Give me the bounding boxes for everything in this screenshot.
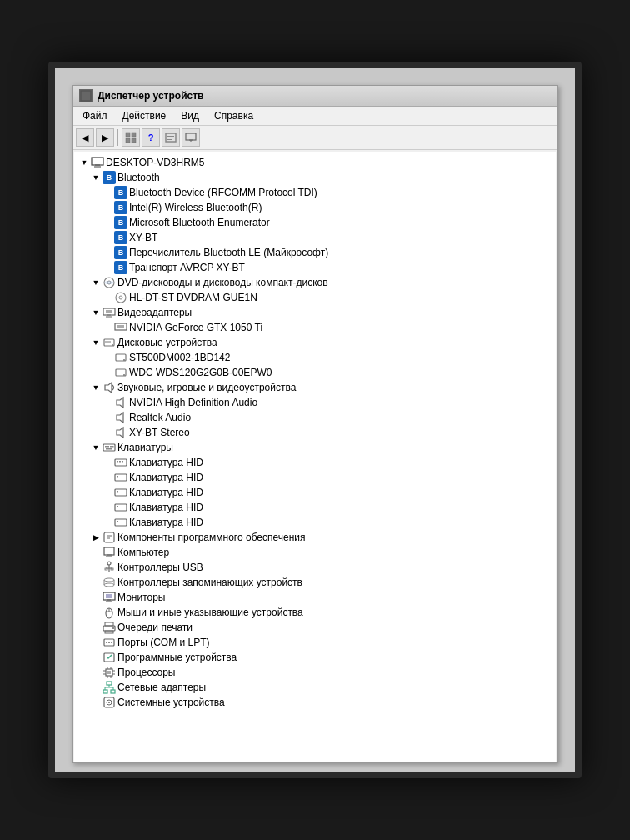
- audio-device-3[interactable]: XY-BT Stereo: [78, 425, 552, 440]
- svg-point-108: [108, 702, 110, 703]
- root-expand[interactable]: ▼: [79, 158, 89, 168]
- dvd-device-1[interactable]: HL-DT-ST DVDRAM GUE1N: [78, 290, 552, 305]
- svg-rect-1: [82, 92, 89, 94]
- audio-device-1[interactable]: NVIDIA High Definition Audio: [78, 395, 552, 410]
- svg-rect-3: [82, 98, 87, 99]
- software-devices-category[interactable]: Программные устройства: [78, 650, 552, 665]
- keyboard-device-5[interactable]: Клавиатура HID: [78, 515, 552, 530]
- screen-button[interactable]: [182, 128, 200, 147]
- keyboard-device-3[interactable]: Клавиатура HID: [78, 485, 552, 500]
- keyboard-device-4[interactable]: Клавиатура HID: [78, 500, 552, 515]
- bt-icon-5: B: [114, 246, 128, 259]
- bluetooth-category[interactable]: ▼ B Bluetooth: [78, 170, 552, 185]
- svg-point-85: [106, 642, 108, 643]
- computer-icon: [91, 156, 104, 169]
- svg-rect-100: [103, 690, 108, 693]
- svg-marker-38: [117, 412, 123, 422]
- disk-device-icon-1: [114, 351, 128, 364]
- print-queue-category[interactable]: Очереди печати: [78, 620, 552, 635]
- svg-rect-49: [122, 461, 123, 462]
- bt-device-2[interactable]: B Intel(R) Wireless Bluetooth(R): [78, 200, 552, 215]
- keyboard-category[interactable]: ▼ Клавиатуры: [78, 440, 552, 455]
- menu-bar: Файл Действие Вид Справка: [72, 107, 558, 126]
- bt-device-1[interactable]: B Bluetooth Device (RFCOMM Protocol TDI): [78, 185, 552, 200]
- system-icon: [102, 696, 116, 709]
- bt-device-6[interactable]: B Транспорт AVRCP XY-BT: [78, 260, 552, 275]
- processors-category[interactable]: Процессоры: [78, 665, 552, 680]
- audio-expand[interactable]: ▼: [91, 382, 101, 392]
- keyboard-device-1[interactable]: Клавиатура HID: [78, 455, 552, 470]
- storage-category[interactable]: Контроллеры запоминающих устройств: [78, 575, 552, 590]
- svg-marker-36: [105, 382, 112, 392]
- printer-icon: [102, 621, 116, 634]
- video-device-1[interactable]: NVIDIA GeForce GTX 1050 Ti: [78, 320, 552, 335]
- svg-rect-43: [110, 446, 112, 448]
- video-expand[interactable]: ▼: [91, 308, 101, 318]
- computer-category[interactable]: Компьютер: [78, 545, 552, 560]
- audio-category[interactable]: ▼ Звуковые, игровые и видеоустройства: [78, 380, 552, 395]
- ports-category[interactable]: Порты (COM и LPT): [78, 635, 552, 650]
- svg-rect-45: [106, 448, 112, 450]
- keyboard-expand[interactable]: ▼: [91, 442, 101, 452]
- bt-icon-4: B: [114, 231, 128, 244]
- bt-device-3[interactable]: B Microsoft Bluetooth Enumerator: [78, 215, 552, 230]
- keyboard-label: Клавиатуры: [118, 442, 173, 453]
- svg-point-33: [123, 359, 125, 361]
- software-expand[interactable]: ▶: [91, 532, 101, 542]
- bluetooth-icon: B: [102, 171, 116, 184]
- ports-label: Порты (COM и LPT): [118, 637, 210, 648]
- audio-icon: [102, 381, 116, 394]
- disk-device-1[interactable]: ST500DM002-1BD142: [78, 350, 552, 365]
- properties-button[interactable]: [162, 128, 180, 147]
- svg-rect-2: [82, 96, 89, 97]
- forward-button[interactable]: ▶: [96, 128, 114, 147]
- svg-rect-44: [112, 446, 114, 448]
- svg-rect-4: [126, 132, 130, 137]
- disk-device-2[interactable]: WDC WDS120G2G0B-00EPW0: [78, 365, 552, 380]
- bt-device-5[interactable]: B Перечислитель Bluetooth LE (Майкрософт…: [78, 245, 552, 260]
- back-button[interactable]: ◀: [76, 128, 94, 147]
- device-tree[interactable]: ▼ DESKTOP-VD3HRM5 ▼ B Bluetooth: [74, 152, 556, 762]
- svg-rect-9: [168, 136, 174, 137]
- menu-view[interactable]: Вид: [174, 108, 206, 123]
- monitors-category[interactable]: Мониторы: [78, 590, 552, 605]
- show-grid-button[interactable]: [122, 128, 140, 147]
- help-button[interactable]: ?: [142, 128, 160, 147]
- video-category[interactable]: ▼ Видеоадаптеры: [78, 305, 552, 320]
- svg-rect-57: [117, 521, 118, 522]
- network-category[interactable]: Сетевые адаптеры: [78, 680, 552, 695]
- disk-expand[interactable]: ▼: [91, 338, 101, 348]
- usb-category[interactable]: Контроллеры USB: [78, 560, 552, 575]
- dvd-icon: [102, 276, 116, 289]
- system-category[interactable]: Системные устройства: [78, 695, 552, 710]
- mouse-category[interactable]: Мыши и иные указывающие устройства: [78, 605, 552, 620]
- svg-point-72: [104, 583, 114, 587]
- keyboard-icon: [102, 441, 116, 454]
- software-label: Компоненты программного обеспечения: [118, 532, 306, 543]
- toolbar-separator-1: [118, 129, 118, 146]
- audio-device-icon-1: [114, 396, 128, 409]
- bluetooth-expand[interactable]: ▼: [91, 172, 101, 182]
- svg-rect-55: [117, 506, 118, 508]
- menu-action[interactable]: Действие: [116, 108, 173, 123]
- tree-root[interactable]: ▼ DESKTOP-VD3HRM5: [78, 155, 552, 170]
- usb-icon: [102, 561, 116, 574]
- keyboard-device-2[interactable]: Клавиатура HID: [78, 470, 552, 485]
- video-icon: [102, 306, 116, 319]
- menu-help[interactable]: Справка: [208, 108, 260, 123]
- toolbar: ◀ ▶ ?: [72, 126, 558, 150]
- dvd-category[interactable]: ▼ DVD-дисководы и дисководы компакт-диск…: [78, 275, 552, 290]
- dvd-expand[interactable]: ▼: [91, 278, 101, 288]
- disk-category[interactable]: ▼ Дисковые устройства: [78, 335, 552, 350]
- disk-label: Дисковые устройства: [118, 337, 218, 348]
- menu-file[interactable]: Файл: [76, 108, 114, 123]
- software-components-category[interactable]: ▶ Компоненты программного обеспечения: [78, 530, 552, 545]
- svg-rect-52: [115, 489, 127, 496]
- audio-device-2[interactable]: Realtek Audio: [78, 410, 552, 425]
- svg-rect-46: [115, 459, 127, 466]
- print-queue-label: Очереди печати: [118, 622, 192, 633]
- bluetooth-label: Bluetooth: [118, 172, 160, 183]
- disk-device-icon-2: [114, 366, 128, 379]
- svg-rect-7: [132, 138, 136, 142]
- bt-device-4[interactable]: B XY-BT: [78, 230, 552, 245]
